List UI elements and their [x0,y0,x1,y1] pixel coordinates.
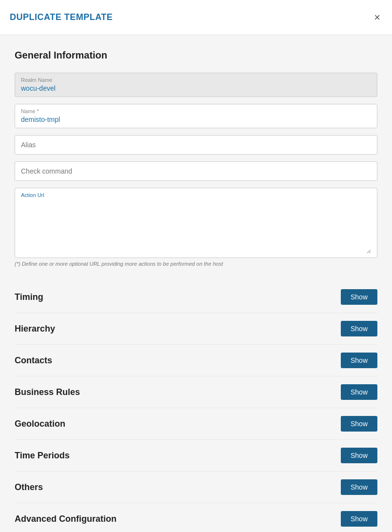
modal-header: DUPLICATE TEMPLATE × [0,0,392,35]
sections-container: TimingShowHierarchyShowContactsShowBusin… [15,281,377,532]
show-button-business-rules[interactable]: Show [341,384,377,400]
section-title-hierarchy: Hierarchy [15,324,55,334]
section-title-geolocation: Geolocation [15,419,65,429]
realm-name-field: Realm Name wocu-devel [15,73,377,97]
section-row-hierarchy: HierarchyShow [15,313,377,345]
name-field-group: Name * [15,104,377,128]
name-field-wrapper: Name * [15,104,377,128]
show-button-contacts[interactable]: Show [341,353,377,368]
close-button[interactable]: × [372,10,382,25]
show-button-others[interactable]: Show [341,479,377,495]
section-title-contacts: Contacts [15,355,52,366]
duplicate-template-modal: DUPLICATE TEMPLATE × General Information… [0,0,392,532]
section-row-advanced-configuration: Advanced ConfigurationShow [15,503,377,532]
section-title-business-rules: Business Rules [15,387,80,397]
action-url-textarea[interactable] [21,200,371,254]
check-command-input[interactable] [21,167,371,175]
action-url-field-group: Action Url (*) Define one or more option… [15,188,377,267]
alias-input[interactable] [21,141,371,149]
section-title-time-periods: Time Periods [15,451,70,461]
alias-input-wrapper [15,135,377,155]
section-row-others: OthersShow [15,472,377,503]
show-button-timing[interactable]: Show [341,289,377,305]
section-title-advanced-configuration: Advanced Configuration [15,514,117,524]
action-url-wrapper: Action Url [15,188,377,258]
general-information-title: General Information [15,50,377,61]
realm-name-value: wocu-devel [21,84,56,92]
realm-name-label: Realm Name [21,77,371,83]
show-button-time-periods[interactable]: Show [341,448,377,463]
section-title-others: Others [15,482,43,493]
name-label: Name * [21,108,371,114]
name-input[interactable] [21,116,371,123]
show-button-geolocation[interactable]: Show [341,416,377,432]
action-url-helper-text: (*) Define one or more optional URL prov… [15,261,377,267]
check-command-field-group [15,161,377,181]
action-url-label: Action Url [21,192,371,198]
section-row-business-rules: Business RulesShow [15,376,377,408]
modal-title: DUPLICATE TEMPLATE [10,12,113,22]
show-button-advanced-configuration[interactable]: Show [341,511,377,527]
check-command-wrapper [15,161,377,181]
realm-name-wrapper: Realm Name wocu-devel [15,73,377,97]
section-row-time-periods: Time PeriodsShow [15,440,377,472]
section-row-contacts: ContactsShow [15,345,377,376]
show-button-hierarchy[interactable]: Show [341,321,377,336]
modal-body: General Information Realm Name wocu-deve… [0,35,392,532]
section-row-timing: TimingShow [15,281,377,313]
section-row-geolocation: GeolocationShow [15,408,377,440]
alias-field-group [15,135,377,155]
section-title-timing: Timing [15,292,43,302]
